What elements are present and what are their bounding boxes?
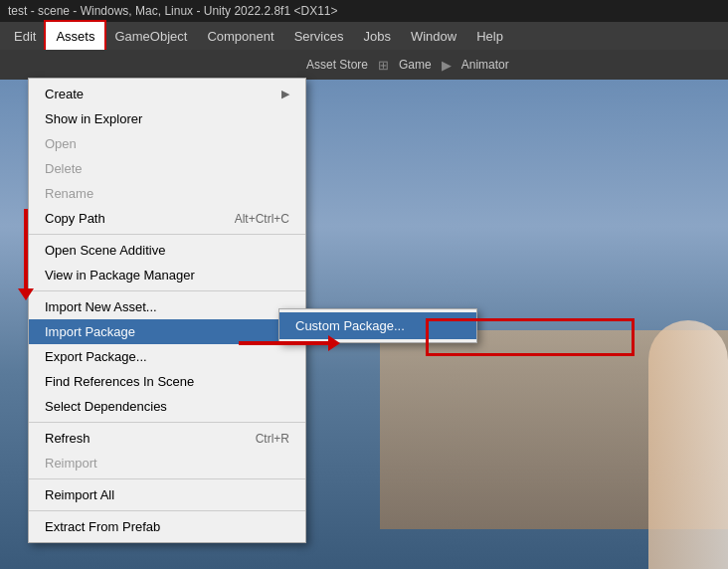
- menu-help[interactable]: Help: [466, 22, 513, 50]
- menu-group-1: Create ▶ Show in Explorer Open Delete Re…: [29, 79, 305, 235]
- menu-services[interactable]: Services: [284, 22, 354, 50]
- menu-item-open: Open: [29, 131, 305, 156]
- menu-assets[interactable]: Assets: [46, 22, 104, 50]
- toolbar-divider: ⊞: [378, 58, 389, 73]
- arrow-icon: ▶: [281, 88, 289, 100]
- title-text: test - scene - Windows, Mac, Linux - Uni…: [8, 4, 338, 18]
- menu-window[interactable]: Window: [401, 22, 466, 50]
- red-arrow-down: [18, 209, 34, 300]
- menu-item-view-package-manager[interactable]: View in Package Manager: [29, 263, 305, 287]
- red-arrow-right: [239, 335, 340, 351]
- menu-component[interactable]: Component: [197, 22, 283, 50]
- menu-item-rename: Rename: [29, 181, 305, 206]
- title-bar: test - scene - Windows, Mac, Linux - Uni…: [0, 0, 728, 22]
- toolbar-divider2: ▶: [442, 58, 452, 73]
- menu-item-find-references[interactable]: Find References In Scene: [29, 369, 305, 394]
- menu-item-refresh[interactable]: Refresh Ctrl+R: [29, 426, 305, 451]
- menu-group-3: Import New Asset... Import Package ▶ Exp…: [29, 291, 305, 423]
- menu-item-copy-path[interactable]: Copy Path Alt+Ctrl+C: [29, 206, 305, 231]
- shortcut-copy-path: Alt+Ctrl+C: [235, 212, 289, 226]
- menu-gameobject[interactable]: GameObject: [104, 22, 197, 50]
- menu-group-6: Extract From Prefab: [29, 511, 305, 542]
- assets-dropdown-menu: Create ▶ Show in Explorer Open Delete Re…: [28, 78, 306, 543]
- menu-jobs[interactable]: Jobs: [353, 22, 400, 50]
- menu-item-select-dependencies[interactable]: Select Dependencies: [29, 394, 305, 419]
- toolbar-game: Game: [399, 58, 432, 72]
- menu-item-create[interactable]: Create ▶: [29, 82, 305, 106]
- shortcut-refresh: Ctrl+R: [256, 432, 289, 446]
- red-line-vertical: [24, 209, 28, 288]
- menu-group-4: Refresh Ctrl+R Reimport: [29, 423, 305, 479]
- red-arrowhead: [18, 288, 34, 300]
- menu-edit[interactable]: Edit: [4, 22, 46, 50]
- menu-item-reimport: Reimport: [29, 451, 305, 475]
- toolbar-store: Asset Store: [306, 58, 368, 72]
- menu-bar: Edit Assets GameObject Component Service…: [0, 22, 728, 50]
- menu-item-import-new-asset[interactable]: Import New Asset...: [29, 294, 305, 319]
- red-line-horizontal: [239, 341, 328, 345]
- character-silhouette: [648, 320, 728, 569]
- menu-item-reimport-all[interactable]: Reimport All: [29, 482, 305, 507]
- menu-item-extract-from-prefab[interactable]: Extract From Prefab: [29, 514, 305, 539]
- menu-item-open-scene-additive[interactable]: Open Scene Additive: [29, 238, 305, 263]
- red-arrowhead-right: [328, 335, 340, 351]
- toolbar-animator: Animator: [461, 58, 509, 72]
- toolbar: Asset Store ⊞ Game ▶ Animator: [0, 50, 728, 80]
- menu-item-delete: Delete: [29, 156, 305, 181]
- menu-item-show-explorer[interactable]: Show in Explorer: [29, 106, 305, 131]
- menu-group-5: Reimport All: [29, 479, 305, 511]
- menu-group-2: Open Scene Additive View in Package Mana…: [29, 235, 305, 291]
